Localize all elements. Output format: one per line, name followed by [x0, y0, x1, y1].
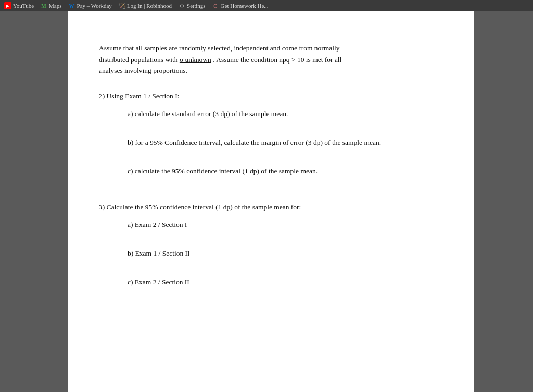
- assumption-line1: Assume that all samples are randomly sel…: [99, 44, 340, 52]
- assumption-line3: . Assume the condition npq > 10 is met f…: [213, 56, 341, 64]
- toolbar-workday[interactable]: W Pay – Workday: [68, 2, 112, 9]
- toolbar-youtube[interactable]: ▶ YouTube: [4, 2, 34, 9]
- question-3c: c) Exam 2 / Section II: [128, 277, 442, 287]
- toolbar-maps[interactable]: M Maps: [40, 2, 61, 9]
- question-2b-text: b) for a 95% Confidence Interval, calcul…: [128, 138, 381, 146]
- assumption-line2: distributed populations with: [99, 56, 178, 64]
- toolbar-robinhood-label: Log In | Robinhood: [127, 3, 172, 9]
- main-area: Assume that all samples are randomly sel…: [0, 11, 533, 392]
- toolbar-maps-label: Maps: [49, 3, 61, 9]
- toolbar-settings-label: Settings: [187, 3, 205, 9]
- assumption-line4: analyses involving proportions.: [99, 67, 187, 74]
- assumption-sigma: σ unknown: [180, 56, 211, 64]
- left-sidebar: [0, 11, 68, 392]
- workday-icon: W: [68, 2, 75, 9]
- question-2b: b) for a 95% Confidence Interval, calcul…: [128, 137, 442, 148]
- question-3b: b) Exam 1 / Section II: [128, 248, 442, 259]
- toolbar-homework[interactable]: C Get Homework He...: [212, 2, 269, 9]
- question-3a: a) Exam 2 / Section I: [128, 220, 442, 230]
- question-2a: a) calculate the standard error (3 dp) o…: [128, 109, 442, 119]
- maps-icon: M: [40, 2, 47, 9]
- question-3-label: 3) Calculate the 95% confidence interval…: [99, 203, 442, 211]
- question-2-label: 2) Using Exam 1 / Section I:: [99, 92, 442, 100]
- toolbar-workday-label: Pay – Workday: [77, 3, 112, 9]
- toolbar-settings[interactable]: ⚙ Settings: [178, 2, 205, 9]
- toolbar-robinhood[interactable]: 🏹 Log In | Robinhood: [118, 2, 172, 9]
- settings-icon: ⚙: [178, 2, 185, 9]
- document-container: Assume that all samples are randomly sel…: [68, 11, 474, 392]
- youtube-icon: ▶: [4, 2, 11, 9]
- browser-toolbar: ▶ YouTube M Maps W Pay – Workday 🏹 Log I…: [0, 0, 533, 11]
- question-2c: c) calculate the 95% confidence interval…: [128, 166, 442, 176]
- question-3-section: 3) Calculate the 95% confidence interval…: [99, 203, 442, 288]
- robinhood-icon: 🏹: [118, 2, 125, 9]
- toolbar-youtube-label: YouTube: [13, 3, 34, 9]
- assumption-paragraph: Assume that all samples are randomly sel…: [99, 43, 442, 77]
- right-sidebar: [474, 11, 533, 392]
- homework-icon: C: [212, 2, 219, 9]
- question-2-section: 2) Using Exam 1 / Section I: a) calculat…: [99, 92, 442, 177]
- toolbar-homework-label: Get Homework He...: [221, 3, 269, 9]
